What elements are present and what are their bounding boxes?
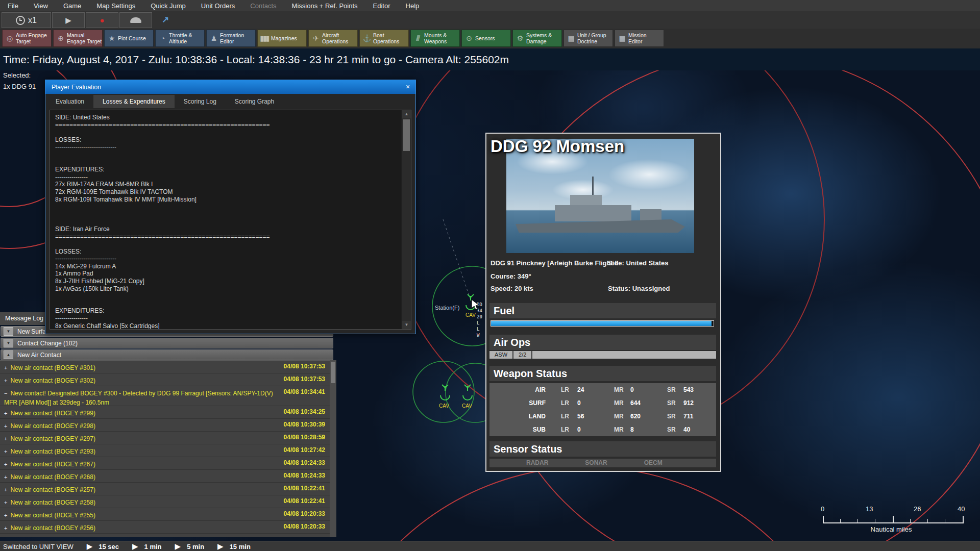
message-row[interactable]: +New air contact (BOGEY #298)04/08 10:30… xyxy=(0,419,336,432)
cav-label-2: CAV xyxy=(439,403,449,409)
tb-label-line: Magazines xyxy=(271,35,297,41)
time-compression-button[interactable]: x1 xyxy=(2,12,51,28)
message-text: New air contact (BOGEY #299) xyxy=(10,410,95,417)
scale-ruler xyxy=(823,515,964,523)
time-step-15sec[interactable]: 15 sec xyxy=(99,543,119,550)
message-row[interactable]: −New contact! Designated BOGEY #300 - De… xyxy=(0,386,336,406)
sensor-sonar-button[interactable]: SONAR xyxy=(585,459,607,467)
systems-damage-button[interactable]: ⚙ Systems &Damage xyxy=(512,30,562,47)
message-row[interactable]: +New air contact (BOGEY #301)04/08 10:37… xyxy=(0,361,336,373)
jump-button[interactable]: ↗ xyxy=(153,12,178,27)
message-row[interactable]: +New air contact (BOGEY #297)04/08 10:28… xyxy=(0,432,336,444)
manual-engage-target-button[interactable]: ⊕ ManualEngage Target xyxy=(53,30,103,47)
menu-missions-ref-points[interactable]: Missions + Ref. Points xyxy=(284,2,365,10)
tb-label-line: Formation xyxy=(220,32,244,38)
expand-plus-icon[interactable]: + xyxy=(4,365,7,371)
expand-plus-icon[interactable]: + xyxy=(4,448,7,455)
msg-group-contact-change[interactable]: ▼ Contact Change (102) xyxy=(1,338,333,348)
losses-expenditures-text-area[interactable]: SIDE: United States ====================… xyxy=(50,110,411,330)
message-row[interactable]: +New air contact (BOGEY #302)04/08 10:37… xyxy=(0,373,336,386)
collapse-minus-icon[interactable]: − xyxy=(4,390,7,396)
unit-group-doctrine-button[interactable]: ▤ Unit / GroupDoctrine xyxy=(564,30,613,47)
unit-status-text: Status: Unassigned xyxy=(608,285,670,292)
menu-unit-orders[interactable]: Unit Orders xyxy=(193,2,242,10)
mission-editor-button[interactable]: ▦ MissionEditor xyxy=(615,30,664,47)
sensor-status-strip: RADAR SONAR OECM xyxy=(489,459,716,467)
weapon-category: LAND xyxy=(489,413,546,420)
throttle-altitude-button[interactable]: ◔ Throttle &Altitude xyxy=(155,30,205,47)
boat-operations-button[interactable]: ⚓ BoatOperations xyxy=(359,30,409,47)
collapse-toggle-icon[interactable]: ▼ xyxy=(4,327,13,336)
dialog-scroll-thumb[interactable] xyxy=(403,119,410,151)
formation-editor-button[interactable]: ♟ FormationEditor xyxy=(206,30,256,47)
sim-control-bar: x1 ▶ ● ↗ xyxy=(0,11,980,29)
step-arrow-icon[interactable]: ▶ xyxy=(175,542,181,551)
menu-file[interactable]: File xyxy=(0,2,26,10)
expand-plus-icon[interactable]: + xyxy=(4,436,7,442)
step-arrow-icon[interactable]: ▶ xyxy=(132,542,138,551)
auto-engage-target-button[interactable]: ◎ Auto EngageTarget xyxy=(2,30,52,47)
station-label: Station(F) xyxy=(435,305,459,311)
message-row[interactable]: +New air contact (BOGEY #258)04/08 10:22… xyxy=(0,495,336,508)
menu-game[interactable]: Game xyxy=(56,2,89,10)
menu-editor[interactable]: Editor xyxy=(365,2,398,10)
msg-group-new-air-contact[interactable]: ▲ New Air Contact xyxy=(1,349,333,360)
expand-plus-icon[interactable]: + xyxy=(4,461,7,467)
tab-evaluation[interactable]: Evaluation xyxy=(46,95,93,108)
message-time: 04/08 10:24:33 xyxy=(284,472,325,479)
time-step-15min[interactable]: 15 min xyxy=(230,543,251,550)
expand-plus-icon[interactable]: + xyxy=(4,423,7,429)
collapse-toggle-icon[interactable]: ▼ xyxy=(4,339,13,347)
expand-plus-icon[interactable]: + xyxy=(4,487,7,493)
message-scroll-thumb[interactable] xyxy=(331,362,335,383)
menu-view[interactable]: View xyxy=(26,2,56,10)
step-arrow-icon[interactable]: ▶ xyxy=(217,542,224,551)
message-row[interactable]: +New air contact (BOGEY #293)04/08 10:27… xyxy=(0,444,336,457)
time-step-1min[interactable]: 1 min xyxy=(144,543,162,550)
tab-scoring-graph[interactable]: Scoring Graph xyxy=(226,95,283,108)
message-row[interactable]: +New air contact (BOGEY #255)04/08 10:20… xyxy=(0,508,336,521)
expand-plus-icon[interactable]: + xyxy=(4,499,7,506)
close-icon[interactable]: × xyxy=(403,82,412,91)
cav-label-1: CAV xyxy=(465,312,476,318)
message-row[interactable]: +New air contact (BOGEY #268)04/08 10:24… xyxy=(0,470,336,483)
menu-map-settings[interactable]: Map Settings xyxy=(89,2,143,10)
menu-quick-jump[interactable]: Quick Jump xyxy=(143,2,193,10)
expand-plus-icon[interactable]: + xyxy=(4,474,7,480)
expand-plus-icon[interactable]: + xyxy=(4,410,7,416)
scroll-up-icon[interactable]: ▲ xyxy=(402,110,411,118)
mounts-weapons-button[interactable]: /// Mounts &Weapons xyxy=(410,30,460,47)
message-row[interactable]: +New air contact (BOGEY #256)04/08 10:20… xyxy=(0,521,336,534)
plot-course-button[interactable]: ★ Plot Course xyxy=(104,30,154,47)
tab-scoring-log[interactable]: Scoring Log xyxy=(175,95,226,108)
sensors-button[interactable]: ⊙ Sensors xyxy=(461,30,511,47)
magazines-button[interactable]: ▮▮▮ Magazines xyxy=(257,30,307,47)
expand-plus-icon[interactable]: + xyxy=(4,525,7,531)
expand-toggle-icon[interactable]: ▲ xyxy=(4,350,13,359)
sensor-radar-button[interactable]: RADAR xyxy=(526,459,548,467)
expand-plus-icon[interactable]: + xyxy=(4,378,7,384)
weapon-row-sub: SUB LR0 MR8 SR40 xyxy=(489,423,716,436)
menu-help[interactable]: Help xyxy=(398,2,427,10)
time-step-5min[interactable]: 5 min xyxy=(187,543,204,550)
expand-plus-icon[interactable]: + xyxy=(4,512,7,518)
play-button[interactable]: ▶ xyxy=(52,12,85,28)
message-text: New air contact (BOGEY #297) xyxy=(10,435,95,442)
tab-losses-expenditures[interactable]: Losses & Expenditures xyxy=(93,95,175,108)
air-ops-strip: ASW 2/2 xyxy=(489,351,716,359)
scroll-down-icon[interactable]: ▼ xyxy=(402,321,411,329)
air-ops-type[interactable]: ASW xyxy=(489,351,513,359)
message-row[interactable]: +New air contact (BOGEY #257)04/08 10:22… xyxy=(0,483,336,495)
aircraft-operations-button[interactable]: ✈ AircraftOperations xyxy=(308,30,358,47)
sensor-oecm-button[interactable]: OECM xyxy=(644,459,663,467)
message-row[interactable]: +New air contact (BOGEY #267)04/08 10:24… xyxy=(0,457,336,470)
dialog-title-bar[interactable]: Player Evaluation xyxy=(45,80,415,94)
message-row[interactable]: +New air contact (BOGEY #299)04/08 10:34… xyxy=(0,406,336,419)
step-arrow-icon[interactable]: ▶ xyxy=(87,542,93,551)
tb-label-line: Sensors xyxy=(475,35,495,41)
dialog-scrollbar[interactable]: ▲ ▼ xyxy=(402,110,411,329)
record-button[interactable]: ● xyxy=(86,12,118,28)
message-scrollbar[interactable] xyxy=(330,360,336,537)
message-log-panel: Message Log ▼ New Surfac ▼ Contact Chang… xyxy=(0,311,336,537)
recorder-button[interactable] xyxy=(119,12,152,28)
